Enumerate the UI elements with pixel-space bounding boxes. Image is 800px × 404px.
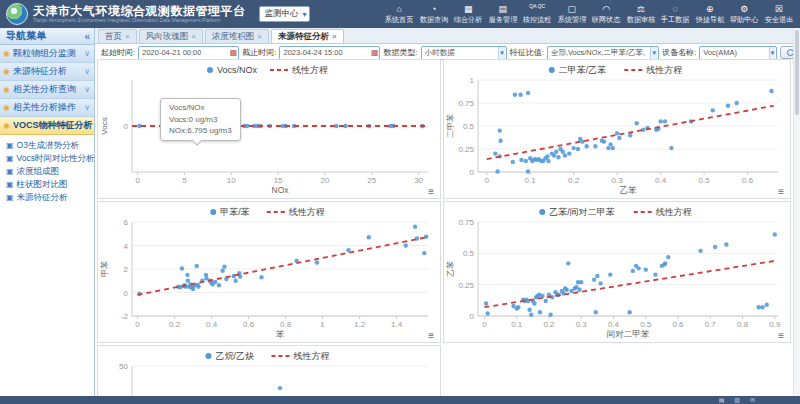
nav-item-label: 帮助中心 bbox=[730, 15, 759, 25]
wifi-icon: ◠ bbox=[602, 4, 610, 14]
print-icon[interactable]: ▤ bbox=[719, 397, 725, 403]
chart-menu-icon[interactable]: ≡ bbox=[428, 187, 434, 197]
chart-panel-toluene-benzene: -2024600.20.40.60.811.21.4甲苯/苯线性方程苯甲苯≡ bbox=[97, 201, 441, 343]
menu-badge-icon: ◉ bbox=[3, 121, 10, 130]
svg-text:0: 0 bbox=[484, 176, 489, 185]
sidebar-group-vocs-species[interactable]: ◉VOCS物种特征分析∧ bbox=[0, 117, 94, 135]
close-icon[interactable]: × bbox=[332, 32, 337, 41]
calendar-icon[interactable]: ▦ bbox=[230, 48, 238, 57]
close-icon[interactable]: × bbox=[191, 32, 196, 41]
charts-grid: 0051015202530Vocs/NOx线性方程NOxVocs≡Vocs/NO… bbox=[97, 59, 791, 396]
svg-text:0.25: 0.25 bbox=[458, 145, 474, 154]
chart-tooltip: Vocs/NOxVocs:0 ug/m3NOx:6.795 ug/m3 bbox=[160, 98, 241, 141]
chart-menu-icon[interactable]: ≡ bbox=[778, 331, 784, 341]
sidebar-group-pm-components[interactable]: ◉颗粒物组分监测∨ bbox=[0, 45, 94, 63]
tab-wind-rose[interactable]: 风向玫瑰图× bbox=[139, 29, 203, 43]
app-header: 天津市大气环境综合观测数据管理平台 Tianjin Atmospheric En… bbox=[0, 0, 800, 28]
main-scrollbar[interactable] bbox=[793, 28, 800, 396]
svg-text:0: 0 bbox=[124, 122, 129, 131]
nav-item-help[interactable]: ⚙帮助中心 bbox=[727, 4, 762, 25]
document-icon: ▤ bbox=[498, 4, 507, 14]
svg-text:0.6: 0.6 bbox=[243, 320, 255, 329]
sidebar-item-label: O3生成潜势分析 bbox=[17, 140, 79, 152]
datatype-label: 数据类型: bbox=[383, 47, 417, 58]
nav-item-label: 数据审核 bbox=[627, 15, 656, 25]
sidebar-group-correlation-query[interactable]: ◉相关性分析查询∨ bbox=[0, 81, 94, 99]
close-icon[interactable]: × bbox=[257, 32, 262, 41]
nav-item-qaqc[interactable]: QA QC核控流程 bbox=[520, 4, 555, 25]
sidebar-group-source-analysis[interactable]: ◉来源特征分析∨ bbox=[0, 63, 94, 81]
svg-text:0.4: 0.4 bbox=[608, 320, 620, 329]
nav-item-label: 快捷导航 bbox=[696, 15, 725, 25]
menu-badge-icon: ◉ bbox=[3, 103, 10, 112]
ratio-label: 特征比值: bbox=[510, 47, 544, 58]
svg-text:0: 0 bbox=[135, 176, 140, 185]
globe-icon: ⊕ bbox=[706, 4, 714, 14]
sidebar-item-o3-potential[interactable]: ▣O3生成潜势分析 bbox=[6, 139, 94, 152]
svg-text:0.7: 0.7 bbox=[705, 320, 717, 329]
svg-text:1.4: 1.4 bbox=[391, 320, 403, 329]
datatype-select[interactable]: 小时数据 ▾ bbox=[421, 46, 507, 60]
svg-text:0.4: 0.4 bbox=[655, 176, 667, 185]
sidebar-item-bar-compare[interactable]: ▣柱状图对比图 bbox=[6, 178, 94, 191]
chevron-down-icon: ▾ bbox=[498, 47, 505, 59]
chat-icon[interactable]: ▥ bbox=[734, 397, 740, 403]
report-icon: ▣ bbox=[6, 167, 14, 176]
svg-text:0.1: 0.1 bbox=[525, 176, 537, 185]
nav-item-audit[interactable]: ⚖数据审核 bbox=[624, 4, 659, 25]
sidebar-item-label: 柱状图对比图 bbox=[17, 179, 68, 191]
nav-item-logout[interactable]: ☒安全退出 bbox=[762, 4, 797, 25]
svg-text:50: 50 bbox=[119, 362, 128, 371]
sidebar-item-vocs-time-compare[interactable]: ▣Vocs时间对比性分析 bbox=[6, 152, 94, 165]
device-select[interactable]: Voc(AMA) ▾ bbox=[699, 46, 777, 60]
app-title: 天津市大气环境综合观测数据管理平台 bbox=[33, 5, 246, 17]
sidebar-group-label: 来源特征分析 bbox=[13, 65, 67, 78]
svg-text:0.5: 0.5 bbox=[463, 122, 475, 131]
end-time-input[interactable]: 2023-04-24 15:00 ▦ bbox=[279, 46, 380, 60]
menu-badge-icon: ◉ bbox=[3, 49, 10, 58]
mail-icon[interactable]: ✉ bbox=[750, 397, 755, 403]
chart-panel-vocs-nox: 0051015202530Vocs/NOx线性方程NOxVocs≡Vocs/NO… bbox=[97, 59, 441, 199]
nav-item-system[interactable]: ▢系统管理 bbox=[555, 4, 590, 25]
start-time-input[interactable]: 2020-04-21 00:00 ▦ bbox=[138, 46, 239, 60]
nav-item-home[interactable]: ⌂系统首页 bbox=[382, 4, 417, 25]
nav-item-label: 联网状态 bbox=[592, 15, 621, 25]
nav-item-label: 系统管理 bbox=[558, 15, 587, 25]
collapse-icon[interactable]: « bbox=[84, 31, 90, 42]
nav-item-label: 系统首页 bbox=[385, 15, 414, 25]
svg-text:0.5: 0.5 bbox=[640, 320, 652, 329]
svg-text:0.9: 0.9 bbox=[769, 320, 781, 329]
tab-home[interactable]: 首页× bbox=[98, 29, 137, 43]
tab-source-feature[interactable]: 来源特征分析× bbox=[271, 29, 344, 43]
sidebar-group-label: 相关性分析查询 bbox=[13, 83, 76, 96]
nav-item-report[interactable]: ▤服务管理 bbox=[486, 4, 521, 25]
svg-text:乙烷/乙炔: 乙烷/乙炔 bbox=[216, 351, 255, 361]
close-icon[interactable]: × bbox=[125, 32, 130, 41]
svg-text:15: 15 bbox=[274, 176, 283, 185]
chart-menu-icon[interactable]: ≡ bbox=[778, 187, 784, 197]
sidebar-group-correlation-ops[interactable]: ◉相关性分析操作∨ bbox=[0, 99, 94, 117]
svg-text:0.8: 0.8 bbox=[737, 320, 749, 329]
tab-label: 来源特征分析 bbox=[278, 31, 329, 43]
center-select-value: 监测中心 bbox=[265, 8, 299, 20]
nav-item-analysis[interactable]: ▦综合分析 bbox=[451, 4, 486, 25]
menu-badge-icon: ◉ bbox=[3, 85, 10, 94]
nav-item-network[interactable]: ◠联网状态 bbox=[589, 4, 624, 25]
nav-item-shortcut[interactable]: ⊕快捷导航 bbox=[693, 4, 728, 25]
nav-item-data-query[interactable]: ◔数据查询 bbox=[417, 4, 452, 25]
chart-menu-icon[interactable]: ≡ bbox=[428, 331, 434, 341]
svg-text:线性方程: 线性方程 bbox=[289, 207, 325, 217]
nav-item-manual[interactable]: ◌手工数据 bbox=[658, 4, 693, 25]
sidebar-item-source-feature[interactable]: ▣来源特征分析 bbox=[6, 191, 94, 204]
brand: 天津市大气环境综合观测数据管理平台 Tianjin Atmospheric En… bbox=[0, 3, 310, 25]
sidebar-item-concentration-composition[interactable]: ▣浓度组成图 bbox=[6, 165, 94, 178]
main-area: 首页×风向玫瑰图×浓度堆积图×来源特征分析× 起始时间: 2020-04-21 … bbox=[95, 28, 800, 396]
center-select[interactable]: 监测中心 ▾ bbox=[259, 6, 310, 22]
svg-text:乙苯: 乙苯 bbox=[446, 261, 455, 277]
chevron-down-icon: ∨ bbox=[84, 85, 90, 94]
svg-text:0.75: 0.75 bbox=[458, 99, 474, 108]
tab-concentration-stack[interactable]: 浓度堆积图× bbox=[205, 29, 269, 43]
calendar-icon[interactable]: ▦ bbox=[371, 48, 379, 57]
scrollbar-thumb[interactable] bbox=[795, 30, 799, 115]
ratio-select[interactable]: 全部,Vocs/NOx,二甲苯/乙苯, ▾ bbox=[547, 46, 659, 60]
